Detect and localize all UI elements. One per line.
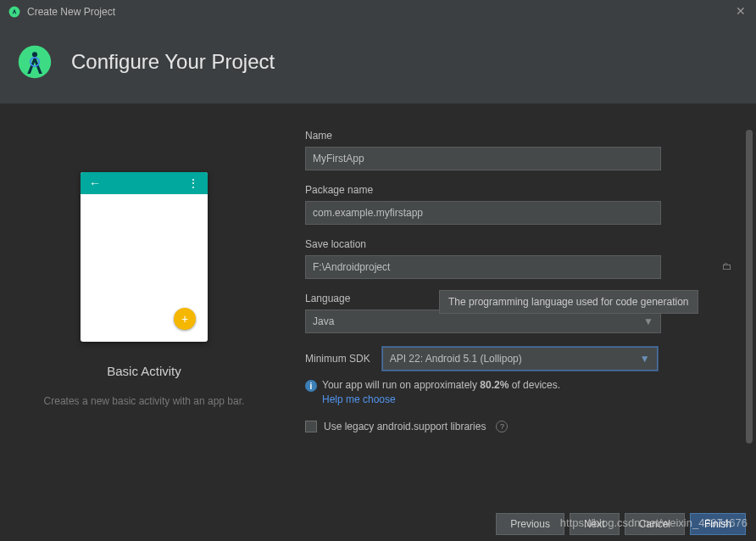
legacy-support-label: Use legacy android.support libraries xyxy=(324,421,486,432)
preview-fab-icon: + xyxy=(174,308,196,330)
overflow-menu-icon: ⋮ xyxy=(187,176,199,190)
info-icon: i xyxy=(305,380,317,392)
header: Configure Your Project xyxy=(0,24,756,104)
language-tooltip: The programming language used for code g… xyxy=(439,290,698,314)
legacy-support-checkbox[interactable] xyxy=(305,421,317,432)
minimum-sdk-select[interactable]: API 22: Android 5.1 (Lollipop) ▼ xyxy=(382,347,658,371)
window-title: Create New Project xyxy=(27,6,115,18)
close-icon[interactable]: ✕ xyxy=(736,4,746,18)
save-location-label: Save location xyxy=(305,238,739,250)
finish-button[interactable]: Finish xyxy=(690,513,746,535)
android-studio-logo-icon xyxy=(17,44,53,80)
package-name-label: Package name xyxy=(305,184,739,196)
android-studio-icon xyxy=(8,6,20,18)
form-column: Name Package name Save location 🗀 Langua… xyxy=(305,130,739,490)
minimum-sdk-label: Minimum SDK xyxy=(305,353,370,365)
minimum-sdk-value: API 22: Android 5.1 (Lollipop) xyxy=(390,353,522,365)
device-coverage-pct: 80.2% xyxy=(480,379,509,391)
help-icon[interactable]: ? xyxy=(496,421,508,432)
help-me-choose-link[interactable]: Help me choose xyxy=(322,393,739,405)
scrollbar[interactable] xyxy=(746,130,753,443)
preview-appbar: ← ⋮ xyxy=(81,172,208,194)
footer: Previous Next Cancel Finish xyxy=(0,507,756,541)
browse-folder-icon[interactable]: 🗀 xyxy=(722,260,732,272)
body: ← ⋮ + Basic Activity Creates a new basic… xyxy=(0,104,756,490)
package-name-input[interactable] xyxy=(305,201,661,225)
activity-template-name: Basic Activity xyxy=(107,364,181,378)
previous-button[interactable]: Previous xyxy=(496,513,564,535)
name-input[interactable] xyxy=(305,147,661,170)
preview-column: ← ⋮ + Basic Activity Creates a new basic… xyxy=(17,130,271,490)
chevron-down-icon: ▼ xyxy=(640,353,650,365)
save-location-input[interactable] xyxy=(305,255,661,279)
back-arrow-icon: ← xyxy=(89,176,101,190)
device-coverage-info: i Your app will run on approximately 80.… xyxy=(305,379,739,392)
chevron-down-icon: ▼ xyxy=(643,315,653,327)
language-value: Java xyxy=(313,315,334,327)
activity-preview-card: ← ⋮ + xyxy=(81,172,208,342)
name-label: Name xyxy=(305,130,739,142)
svg-point-0 xyxy=(9,7,20,18)
next-button[interactable]: Next xyxy=(570,513,620,535)
cancel-button[interactable]: Cancel xyxy=(625,513,685,535)
page-title: Configure Your Project xyxy=(71,50,275,74)
titlebar: Create New Project ✕ xyxy=(0,0,756,24)
activity-template-description: Creates a new basic activity with an app… xyxy=(44,395,245,407)
